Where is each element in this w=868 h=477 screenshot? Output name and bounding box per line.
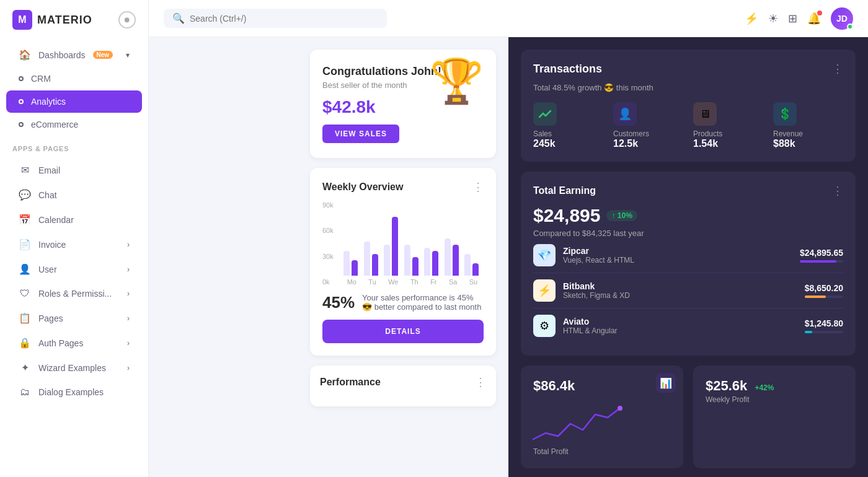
zipcar-sub: Vuejs, React & HTML bbox=[563, 256, 792, 265]
svg-point-0 bbox=[618, 406, 622, 411]
view-sales-button[interactable]: VIEW SALES bbox=[322, 125, 399, 143]
roles-icon: 🛡 bbox=[19, 288, 31, 299]
earning-badge: ↑ 10% bbox=[606, 210, 637, 221]
new-badge: New bbox=[93, 51, 113, 59]
sidebar-item-auth[interactable]: 🔒 Auth Pages › bbox=[6, 331, 142, 355]
header: 🔍 ⚡ ☀ ⊞ 🔔 JD bbox=[149, 0, 868, 37]
txn-item-customers: 👤 Customers 12.5k bbox=[613, 102, 683, 149]
sidebar-item-wizard[interactable]: ✦ Wizard Examples › bbox=[6, 356, 142, 380]
txn-sales-value: 245k bbox=[533, 138, 603, 149]
record-icon[interactable]: ⏺ bbox=[118, 11, 136, 28]
bar-sa-light bbox=[445, 239, 451, 276]
transactions-menu-icon[interactable]: ⋮ bbox=[832, 62, 843, 76]
x-label-fr: Fr bbox=[430, 278, 436, 286]
search-icon: 🔍 bbox=[172, 12, 185, 24]
sidebar-item-user[interactable]: 👤 User › bbox=[6, 257, 142, 281]
weekly-percent: 45% bbox=[322, 293, 355, 312]
sidebar-item-email[interactable]: ✉ Email bbox=[6, 158, 142, 182]
customers-icon: 👤 bbox=[613, 102, 637, 126]
bar-group-tu bbox=[364, 242, 381, 276]
arrow-icon: › bbox=[127, 240, 130, 249]
arrow-icon: ▾ bbox=[126, 51, 130, 59]
earning-row-zipcar: 💎 Zipcar Vuejs, React & HTML $24,895.65 bbox=[533, 238, 843, 273]
weekly-overview-card: Weekly Overview ⋮ 90k 60k 30k 0k bbox=[310, 168, 496, 356]
zipcar-icon: 💎 bbox=[533, 244, 556, 266]
zipcar-progress-track bbox=[800, 260, 843, 263]
earning-amount: $24,895 ↑ 10% bbox=[533, 205, 843, 226]
sidebar-label-email: Email bbox=[38, 165, 60, 175]
avatar-status-dot bbox=[847, 24, 853, 30]
sidebar-item-chat[interactable]: 💬 Chat bbox=[6, 183, 142, 207]
bar-tu-light bbox=[364, 242, 370, 276]
x-label-su: Su bbox=[469, 278, 477, 286]
weekly-card-header: Weekly Overview ⋮ bbox=[322, 180, 484, 194]
bitbank-progress-track bbox=[805, 295, 843, 298]
x-label-mo: Mo bbox=[347, 278, 356, 286]
txn-item-revenue: 💲 Revenue $88k bbox=[773, 102, 843, 149]
sidebar-label-analytics: Analytics bbox=[31, 97, 66, 107]
bitbank-progress-fill bbox=[805, 295, 826, 298]
y-label-60k: 60k bbox=[322, 227, 334, 234]
arrow-icon: › bbox=[127, 314, 130, 323]
logo-icon: M bbox=[12, 10, 32, 30]
weekly-menu-icon[interactable]: ⋮ bbox=[472, 180, 484, 194]
invoice-icon: 📄 bbox=[19, 239, 31, 250]
search-input[interactable] bbox=[190, 14, 378, 24]
weekly-title: Weekly Overview bbox=[322, 182, 403, 193]
sidebar-item-analytics[interactable]: Analytics bbox=[6, 90, 142, 113]
sidebar-item-dialog[interactable]: 🗂 Dialog Examples bbox=[6, 380, 142, 404]
x-label-sa: Sa bbox=[449, 278, 457, 286]
panel-right: Transactions ⋮ Total 48.5% growth 😎 this… bbox=[508, 37, 868, 477]
translate-icon[interactable]: ⚡ bbox=[745, 12, 758, 25]
bitbank-amount: $8,650.20 bbox=[805, 283, 843, 298]
dot-icon-ecommerce bbox=[19, 122, 24, 127]
weekly-footer: 45% Your sales performance is 45% 😎 bett… bbox=[322, 293, 484, 312]
txn-revenue-value: $88k bbox=[773, 138, 843, 149]
main-nav: 🏠 Dashboards New ▾ CRM Analytics eCommer… bbox=[0, 40, 148, 139]
calendar-icon: 📅 bbox=[19, 214, 31, 225]
bar-sa-purple bbox=[453, 245, 459, 276]
zipcar-info: Zipcar Vuejs, React & HTML bbox=[563, 246, 792, 265]
revenue-icon: 💲 bbox=[773, 102, 797, 126]
bar-fr-light bbox=[424, 248, 430, 276]
performance-menu-icon[interactable]: ⋮ bbox=[475, 375, 486, 389]
sidebar-item-dashboards[interactable]: 🏠 Dashboards New ▾ bbox=[6, 43, 142, 67]
bar-group-th bbox=[404, 245, 421, 276]
bar-we-light bbox=[384, 245, 390, 276]
sidebar-item-ecommerce[interactable]: eCommerce bbox=[6, 113, 142, 136]
weekly-profit-label: Weekly Profit bbox=[706, 395, 843, 404]
wizard-icon: ✦ bbox=[19, 362, 31, 374]
earning-card-header: Total Earning ⋮ bbox=[533, 184, 843, 198]
sidebar-label-user: User bbox=[38, 265, 57, 274]
sidebar-item-crm[interactable]: CRM bbox=[6, 68, 142, 90]
txn-revenue-label: Revenue bbox=[773, 129, 843, 138]
sidebar-item-calendar[interactable]: 📅 Calendar bbox=[6, 208, 142, 232]
weekly-desc: Your sales performance is 45% 😎 better c… bbox=[362, 293, 484, 312]
aviato-progress-track bbox=[805, 331, 843, 333]
earning-title: Total Earning bbox=[533, 185, 596, 196]
grid-icon[interactable]: ⊞ bbox=[788, 12, 797, 25]
txn-customers-value: 12.5k bbox=[613, 138, 683, 149]
sidebar-item-roles[interactable]: 🛡 Roles & Permissi... › bbox=[6, 282, 142, 305]
email-icon: ✉ bbox=[19, 164, 31, 176]
performance-title: Performance bbox=[320, 377, 381, 388]
notification-dot bbox=[817, 11, 822, 15]
earning-menu-icon[interactable]: ⋮ bbox=[832, 184, 843, 198]
arrow-icon: › bbox=[127, 289, 130, 298]
transactions-title: Transactions bbox=[533, 63, 602, 76]
avatar[interactable]: JD bbox=[831, 7, 853, 30]
bell-icon[interactable]: 🔔 bbox=[807, 12, 821, 25]
sidebar-item-invoice[interactable]: 📄 Invoice › bbox=[6, 232, 142, 256]
dot-icon-active bbox=[19, 99, 24, 104]
profit-row: 📊 $86.4k Total Profit ⋮ $25.6k +42% W bbox=[521, 365, 856, 468]
chat-icon: 💬 bbox=[19, 189, 31, 201]
sidebar-item-pages[interactable]: 📋 Pages › bbox=[6, 306, 142, 330]
bar-group-fr bbox=[424, 248, 441, 276]
user-icon: 👤 bbox=[19, 263, 31, 275]
search-bar[interactable]: 🔍 bbox=[164, 9, 387, 28]
aviato-progress-fill bbox=[805, 331, 812, 333]
sidebar-label-calendar: Calendar bbox=[38, 215, 74, 225]
aviato-sub: HTML & Angular bbox=[563, 326, 797, 335]
details-button[interactable]: DETAILS bbox=[322, 320, 484, 343]
brightness-icon[interactable]: ☀ bbox=[768, 12, 778, 25]
